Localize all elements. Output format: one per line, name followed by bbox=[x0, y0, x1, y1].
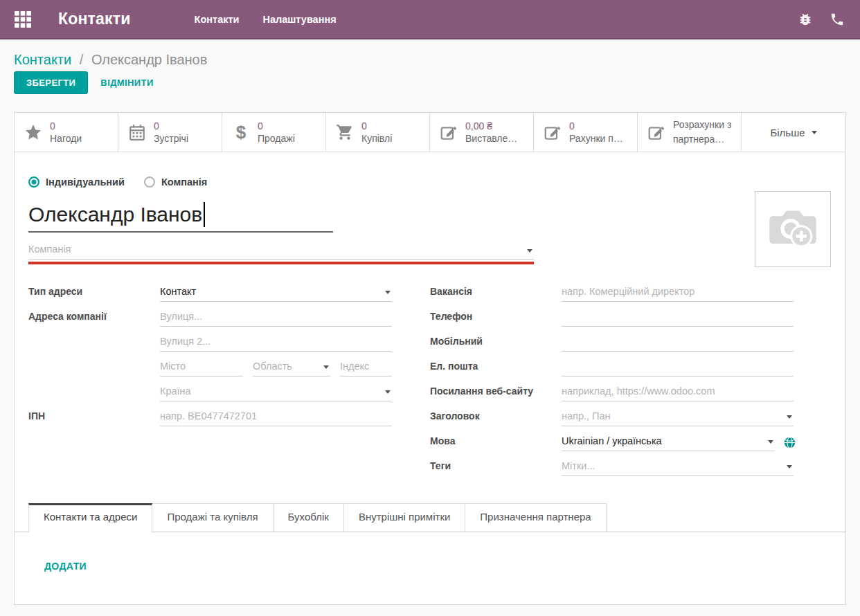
email-input[interactable] bbox=[562, 359, 794, 377]
stat-label: Розрахунки з партнера… bbox=[673, 118, 740, 147]
chevron-down-icon[interactable] bbox=[787, 415, 792, 419]
more-label: Більше bbox=[770, 127, 805, 138]
chevron-down-icon[interactable] bbox=[385, 390, 391, 394]
breadcrumb-separator: / bbox=[80, 52, 84, 67]
notebook-tabbar: Контакти та адреси Продажі та купівля Бу… bbox=[15, 504, 845, 532]
breadcrumb-contacts-link[interactable]: Контакти bbox=[14, 52, 71, 67]
title-label: Заголовок bbox=[430, 408, 562, 422]
tab-internal-notes[interactable]: Внутрішні примітки bbox=[343, 503, 465, 532]
website-label: Посилання веб-сайту bbox=[430, 383, 562, 397]
mobile-input[interactable] bbox=[562, 334, 794, 352]
stat-label: Рахунки п… bbox=[569, 132, 623, 145]
radio-company[interactable]: Компанія bbox=[144, 176, 207, 188]
language-label: Мова bbox=[430, 433, 562, 446]
tags-label: Теги bbox=[430, 458, 562, 471]
contact-name-input[interactable]: Олександр Іванов bbox=[28, 198, 333, 233]
tab-accounting[interactable]: Бухоблік bbox=[273, 503, 344, 532]
stat-label: Купівлі bbox=[361, 132, 392, 145]
calendar-icon bbox=[128, 123, 146, 141]
chevron-down-icon[interactable] bbox=[787, 465, 792, 469]
fields-grid: Тип адреси Адреса компанії bbox=[28, 284, 832, 483]
breadcrumb: Контакти / Олександр Іванов bbox=[14, 39, 846, 71]
globe-icon[interactable] bbox=[784, 437, 796, 449]
stat-button-meetings[interactable]: 0 Зустрічі bbox=[118, 113, 222, 152]
job-label: Вакансія bbox=[430, 284, 562, 297]
street-input[interactable] bbox=[160, 309, 392, 327]
company-address-label: Адреса компанії bbox=[28, 309, 160, 322]
stat-button-sales[interactable]: $ 0 Продажі bbox=[222, 113, 326, 152]
chevron-down-icon bbox=[812, 131, 817, 134]
title-select[interactable] bbox=[562, 408, 794, 426]
tab-partner-assignation[interactable]: Призначення партнера bbox=[465, 503, 606, 532]
radio-unselected-icon bbox=[144, 176, 155, 188]
stat-buttons-row: 0 Нагоди 0 Зустрічі $ 0 Продажі bbox=[15, 113, 845, 152]
text-cursor bbox=[204, 202, 205, 227]
phone-label: Телефон bbox=[430, 309, 562, 322]
stat-button-opportunities[interactable]: 0 Нагоди bbox=[15, 113, 118, 152]
company-input[interactable] bbox=[28, 242, 534, 260]
tab-contacts-addresses[interactable]: Контакти та адреси bbox=[28, 503, 152, 532]
right-column: Вакансія Телефон Мобільний Ел. пошта bbox=[430, 284, 832, 483]
address-type-select[interactable] bbox=[160, 284, 392, 302]
phone-input[interactable] bbox=[562, 309, 794, 327]
save-button[interactable]: ЗБЕРЕГТИ bbox=[14, 71, 88, 94]
country-field bbox=[160, 383, 392, 401]
more-dropdown-button[interactable]: Більше bbox=[742, 113, 845, 152]
stat-value: 0,00 ₴ bbox=[465, 120, 517, 132]
stat-button-purchases[interactable]: 0 Купівлі bbox=[326, 113, 430, 152]
stat-button-invoiced[interactable]: 0,00 ₴ Виставле… bbox=[430, 113, 534, 152]
camera-plus-icon bbox=[761, 196, 825, 262]
language-select[interactable] bbox=[562, 433, 775, 451]
chevron-down-icon[interactable] bbox=[768, 440, 773, 444]
stat-value: 0 bbox=[258, 120, 295, 132]
company-field-wrap bbox=[28, 242, 534, 262]
add-contact-link[interactable]: ДОДАТИ bbox=[44, 561, 87, 572]
state-field bbox=[253, 359, 330, 377]
radio-selected-icon bbox=[28, 176, 39, 188]
top-navbar: Контакти Контакти Налаштування bbox=[0, 0, 860, 39]
city-input[interactable] bbox=[160, 359, 243, 377]
discard-button[interactable]: ВІДМІНИТИ bbox=[100, 78, 153, 88]
address-type-label: Тип адреси bbox=[28, 284, 160, 297]
stat-button-vendor-bills[interactable]: 0 Рахунки п… bbox=[534, 113, 638, 152]
title-field bbox=[562, 408, 794, 426]
app-title: Контакти bbox=[58, 10, 131, 28]
stat-label: Виставле… bbox=[465, 132, 517, 145]
company-type-radio-group: Індивідуальний Компанія bbox=[28, 175, 832, 189]
vat-input[interactable] bbox=[160, 408, 392, 426]
tab-sales-purchase[interactable]: Продажі та купівля bbox=[152, 503, 273, 532]
star-icon bbox=[24, 123, 42, 141]
menu-item-settings[interactable]: Налаштування bbox=[256, 8, 343, 30]
photo-upload-placeholder[interactable] bbox=[755, 191, 831, 267]
state-select[interactable] bbox=[253, 359, 330, 377]
cart-icon bbox=[336, 123, 354, 141]
action-buttons-row: ЗБЕРЕГТИ ВІДМІНИТИ bbox=[14, 71, 846, 94]
chevron-down-icon[interactable] bbox=[385, 291, 391, 294]
street2-input[interactable] bbox=[160, 334, 392, 352]
stat-value: 0 bbox=[50, 120, 82, 132]
language-field bbox=[562, 433, 775, 451]
radio-individual[interactable]: Індивідуальний bbox=[28, 176, 125, 188]
chevron-down-icon[interactable] bbox=[323, 365, 329, 369]
apps-grid-icon[interactable] bbox=[14, 10, 32, 28]
vat-label: ІПН bbox=[28, 408, 160, 422]
breadcrumb-current-record: Олександр Іванов bbox=[91, 52, 208, 67]
debug-bug-icon[interactable] bbox=[798, 12, 813, 27]
tags-field bbox=[562, 458, 794, 476]
zip-input[interactable] bbox=[340, 359, 392, 377]
stat-label: Нагоди bbox=[50, 132, 82, 145]
stat-label: Продажі bbox=[258, 132, 295, 145]
stat-value: 0 bbox=[569, 120, 623, 132]
stat-button-partner-ledger[interactable]: Розрахунки з партнера… bbox=[638, 113, 742, 152]
website-input[interactable] bbox=[562, 383, 794, 401]
menu-item-contacts[interactable]: Контакти bbox=[188, 8, 247, 30]
tags-input[interactable] bbox=[562, 458, 794, 476]
form-body: Індивідуальний Компанія Олександр Іванов bbox=[15, 152, 845, 483]
stat-label: Зустрічі bbox=[154, 132, 188, 145]
phone-icon[interactable] bbox=[830, 12, 845, 27]
mobile-label: Мобільний bbox=[430, 334, 562, 347]
red-underline-annotation bbox=[28, 262, 534, 264]
job-input[interactable] bbox=[562, 284, 794, 302]
chevron-down-icon[interactable] bbox=[527, 249, 532, 253]
country-select[interactable] bbox=[160, 383, 392, 401]
